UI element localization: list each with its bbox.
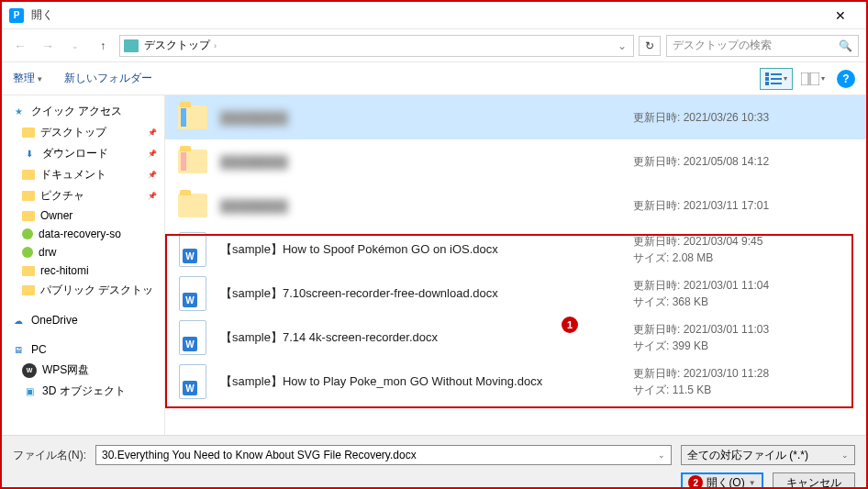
file-list[interactable]: ████████更新日時: 2021/03/26 10:33████████更新… <box>165 95 866 435</box>
file-meta: 更新日時: 2021/03/01 11:04サイズ: 368 KB <box>633 277 853 310</box>
filter-dropdown-icon: ⌄ <box>841 450 849 460</box>
status-icon <box>22 228 33 239</box>
file-row[interactable]: 【sample】How to Play Poke_mon GO Without … <box>165 360 866 404</box>
svg-rect-0 <box>765 72 769 76</box>
folder-icon <box>178 187 207 224</box>
svg-rect-6 <box>801 72 808 85</box>
folder-icon <box>22 266 35 276</box>
svg-rect-1 <box>765 77 769 81</box>
file-meta: 更新日時: 2021/03/26 10:33 <box>633 109 853 126</box>
sidebar-item[interactable]: ▣3D オブジェクト <box>2 381 164 402</box>
file-meta: 更新日時: 2021/03/01 11:03サイズ: 399 KB <box>633 321 853 354</box>
preview-pane-button[interactable]: ▾ <box>800 68 826 90</box>
pc-icon: 🖥 <box>11 342 26 357</box>
svg-rect-3 <box>771 73 782 75</box>
sidebar-pc[interactable]: 🖥PC <box>2 339 164 360</box>
sidebar-item[interactable]: Owner <box>2 206 164 225</box>
file-row[interactable]: 【sample】7.14 4k-screen-recorder.docx更新日時… <box>165 316 866 360</box>
pin-icon: 📌 <box>148 192 157 200</box>
file-type-filter[interactable]: 全ての対応ファイル (*.*) ⌄ <box>681 445 855 465</box>
organize-menu[interactable]: 整理 <box>13 71 42 86</box>
pin-icon: 📌 <box>148 171 157 179</box>
sidebar-onedrive[interactable]: ☁OneDrive <box>2 310 164 330</box>
docx-icon <box>178 275 207 312</box>
folder-icon <box>178 143 207 180</box>
document-icon <box>22 170 35 180</box>
file-name: 【sample】How to Spoof Pokémon GO on iOS.d… <box>220 241 633 258</box>
docx-icon <box>178 231 207 268</box>
sidebar-item[interactable]: ⬇ダウンロード📌 <box>2 143 164 164</box>
new-folder-button[interactable]: 新しいフォルダー <box>64 71 152 86</box>
svg-rect-7 <box>810 72 819 85</box>
folder-icon <box>22 285 35 295</box>
file-row[interactable]: ████████更新日時: 2021/05/08 14:12 <box>165 139 866 183</box>
annotation-badge-1: 1 <box>562 317 578 333</box>
help-button[interactable]: ? <box>837 70 855 88</box>
sidebar-item[interactable]: rec-hitomi <box>2 261 164 280</box>
docx-icon <box>178 319 207 356</box>
address-bar[interactable]: デスクトップ › ⌄ <box>119 35 634 57</box>
svg-rect-5 <box>771 83 782 84</box>
close-button[interactable]: ✕ <box>822 3 859 28</box>
wps-icon: W <box>22 363 37 378</box>
folder-icon <box>22 211 35 221</box>
window-title: 開く <box>31 7 822 23</box>
search-input[interactable]: デスクトップの検索 🔍 <box>666 35 859 57</box>
cloud-icon: ☁ <box>11 313 26 328</box>
sidebar-item[interactable]: ドキュメント📌 <box>2 164 164 185</box>
file-meta: 更新日時: 2021/03/10 11:28サイズ: 11.5 KB <box>633 365 853 398</box>
pin-icon: 📌 <box>148 150 157 158</box>
file-meta: 更新日時: 2021/05/08 14:12 <box>633 153 853 170</box>
file-row[interactable]: ████████更新日時: 2021/03/26 10:33 <box>165 95 866 139</box>
sidebar-item[interactable]: デスクトップ📌 <box>2 122 164 143</box>
filename-label: ファイル名(N): <box>13 448 86 463</box>
forward-button[interactable]: → <box>37 35 59 57</box>
star-icon: ★ <box>11 105 26 119</box>
status-icon <box>22 247 33 258</box>
file-row[interactable]: ████████更新日時: 2021/03/11 17:01 <box>165 183 866 228</box>
cancel-button[interactable]: キャンセル <box>773 472 855 489</box>
file-name: ████████ <box>220 111 633 125</box>
sidebar-item[interactable]: パブリック デスクトッ <box>2 280 164 301</box>
file-meta: 更新日時: 2021/03/11 17:01 <box>633 197 853 214</box>
folder-icon <box>124 39 139 52</box>
docx-icon <box>178 363 207 400</box>
folder-icon <box>22 128 35 138</box>
file-row[interactable]: 【sample】7.10screen-recorder-free-downloa… <box>165 272 866 316</box>
address-segment[interactable]: デスクトップ <box>144 38 210 53</box>
open-button[interactable]: 2 開く(O) ▼ <box>681 472 763 489</box>
chevron-right-icon[interactable]: › <box>214 41 217 50</box>
file-row[interactable]: 【sample】How to Spoof Pokémon GO on iOS.d… <box>165 228 866 272</box>
filename-value: 30.Everything You Need to Know About SVG… <box>102 449 658 461</box>
download-icon: ⬇ <box>22 147 37 161</box>
svg-rect-2 <box>765 82 769 85</box>
sidebar-item[interactable]: data-recovery-so <box>2 225 164 243</box>
back-button[interactable]: ← <box>9 35 31 57</box>
sidebar: ★クイック アクセス デスクトップ📌 ⬇ダウンロード📌 ドキュメント📌 ピクチャ… <box>2 95 165 435</box>
view-details-button[interactable]: ▾ <box>760 68 793 90</box>
refresh-button[interactable]: ↻ <box>639 36 661 56</box>
sidebar-item[interactable]: WWPS网盘 <box>2 360 164 381</box>
address-dropdown[interactable]: ⌄ <box>615 39 629 52</box>
pin-icon: 📌 <box>148 128 157 137</box>
picture-icon <box>22 191 35 201</box>
cube-icon: ▣ <box>22 384 37 399</box>
app-icon: P <box>9 8 24 23</box>
folder-icon <box>178 99 207 136</box>
file-name: ████████ <box>220 199 633 213</box>
search-icon: 🔍 <box>839 39 852 52</box>
file-name: 【sample】How to Play Poke_mon GO Without … <box>220 373 633 390</box>
filename-input[interactable]: 30.Everything You Need to Know About SVG… <box>95 445 672 465</box>
up-button[interactable]: ↑ <box>92 35 114 57</box>
filename-dropdown-icon[interactable]: ⌄ <box>658 450 665 460</box>
file-name: ████████ <box>220 155 633 169</box>
svg-rect-4 <box>771 78 782 80</box>
file-meta: 更新日時: 2021/03/04 9:45サイズ: 2.08 MB <box>633 233 853 266</box>
recent-dropdown[interactable]: ⌄ <box>64 35 86 57</box>
search-placeholder: デスクトップの検索 <box>673 38 839 53</box>
file-name: 【sample】7.10screen-recorder-free-downloa… <box>220 285 633 302</box>
sidebar-quick-access[interactable]: ★クイック アクセス <box>2 101 164 122</box>
sidebar-item[interactable]: drw <box>2 243 164 261</box>
annotation-badge-2: 2 <box>688 475 703 489</box>
sidebar-item[interactable]: ピクチャ📌 <box>2 185 164 206</box>
